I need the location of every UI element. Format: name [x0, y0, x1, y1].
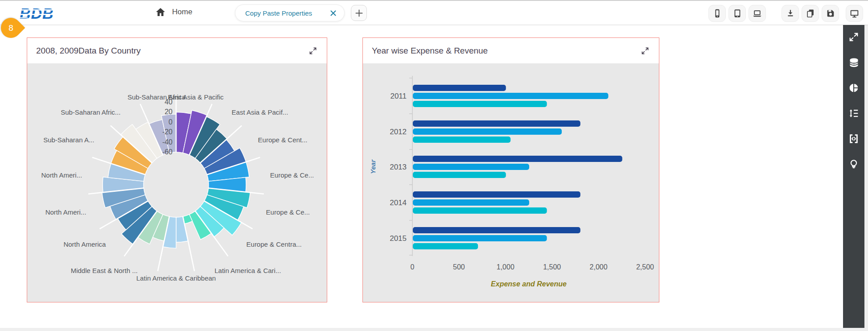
right-tool-rail — [843, 25, 864, 328]
rose-category-label: Latin America & Caribbean — [136, 274, 216, 282]
bar-blue-series[interactable] — [413, 164, 529, 170]
y-axis-title: Year — [369, 159, 377, 174]
vertical-scrollbar[interactable] — [864, 25, 868, 331]
home-icon — [155, 7, 166, 17]
bar-cyan-series[interactable] — [413, 137, 510, 143]
tablet-preview-icon — [732, 8, 742, 18]
panel-header: Year wise Expense & Revenue — [363, 38, 659, 63]
bar-navy-series[interactable] — [413, 191, 580, 198]
x-tick-label: 2,500 — [636, 263, 654, 271]
x-tick-label: 1,000 — [497, 263, 514, 271]
script-button[interactable] — [847, 132, 860, 145]
radial-tick-label: -60 — [162, 148, 173, 156]
duplicate-button[interactable] — [802, 5, 819, 22]
insight-icon — [848, 158, 860, 170]
bar-blue-series[interactable] — [413, 93, 608, 99]
expand-icon — [640, 46, 650, 56]
bar-blue-series[interactable] — [413, 199, 529, 206]
radial-tick-label: 0 — [169, 118, 173, 126]
datastore-button[interactable] — [847, 56, 860, 69]
bar-chart-area: 2011201220132014201505001,0001,5002,0002… — [363, 63, 659, 302]
rose-category-label: Europe & Centra... — [247, 240, 302, 248]
mobile-preview-icon — [712, 8, 722, 18]
rose-category-label: Sub-Saharan A... — [43, 136, 94, 144]
year-tick-label: 2015 — [390, 234, 407, 243]
bar-blue-series[interactable] — [413, 235, 547, 241]
polar-chart-area: 40200-20-40-60East Asia & PacificEast As… — [27, 63, 327, 302]
x-tick-label: 2,000 — [590, 263, 608, 271]
x-tick-label: 0 — [411, 263, 415, 271]
bar-navy-series[interactable] — [413, 227, 580, 233]
bar-chart: 2011201220132014201505001,0001,5002,0002… — [363, 63, 659, 302]
x-axis-title: Expense and Revenue — [491, 280, 567, 288]
desktop-preview-button[interactable] — [846, 5, 863, 22]
chart-button[interactable] — [847, 81, 860, 95]
panel-expense-revenue: Year wise Expense & Revenue 201120122013… — [362, 37, 659, 302]
bar-blue-series[interactable] — [413, 128, 562, 135]
x-tick-label: 500 — [453, 263, 465, 271]
rose-category-label: Europe & Ce... — [270, 171, 314, 179]
year-tick-label: 2013 — [390, 163, 407, 171]
bar-navy-series[interactable] — [413, 120, 580, 127]
save-button[interactable] — [822, 5, 839, 22]
datastore-icon — [848, 57, 860, 69]
bar-cyan-series[interactable] — [413, 207, 547, 214]
radial-tick-label: -40 — [162, 138, 173, 146]
rose-category-label: Europe & Cent... — [258, 136, 308, 144]
download-button[interactable] — [782, 5, 799, 22]
rose-category-label: Europe & Ce... — [266, 208, 310, 216]
home-nav[interactable]: Home — [155, 7, 192, 17]
close-tab-icon[interactable] — [328, 8, 338, 18]
mobile-preview-button[interactable] — [708, 5, 726, 22]
bar-cyan-series[interactable] — [413, 172, 506, 178]
alert-count: 8 — [1, 18, 21, 38]
chart-icon — [848, 82, 860, 94]
row-height-button[interactable] — [847, 107, 860, 120]
bar-cyan-series[interactable] — [413, 101, 547, 107]
tablet-preview-button[interactable] — [728, 5, 746, 22]
insight-button[interactable] — [847, 157, 860, 171]
rose-category-label: Sub-Saharan Africa — [128, 93, 186, 101]
top-navbar: BDB Home Copy Paste Properties — [0, 0, 868, 25]
rose-category-label: East Asia & Pacif... — [232, 108, 288, 116]
maximize-button[interactable] — [639, 45, 651, 57]
expand-icon — [848, 31, 860, 43]
year-tick-label: 2012 — [390, 128, 407, 136]
add-tab-button[interactable] — [351, 5, 367, 21]
radial-tick-label: -20 — [162, 128, 173, 136]
row-height-icon — [848, 108, 860, 119]
download-icon — [786, 8, 795, 18]
panel-data-by-country: 2008, 2009Data By Country 40200-20-40-60… — [27, 37, 327, 302]
polar-rose-chart: 40200-20-40-60East Asia & PacificEast As… — [27, 63, 327, 302]
bar-navy-series[interactable] — [413, 85, 506, 91]
rose-category-label: Sub-Saharan Afric... — [61, 108, 120, 116]
home-label: Home — [172, 8, 192, 17]
save-icon — [826, 8, 835, 18]
laptop-preview-button[interactable] — [749, 5, 766, 22]
expand-icon — [308, 46, 318, 56]
dashboard-tab-label: Copy Paste Properties — [245, 9, 312, 17]
panel-header: 2008, 2009Data By Country — [27, 38, 327, 63]
rose-category-label: Middle East & North ... — [71, 267, 138, 274]
rose-category-label: Latin America & Cari... — [214, 267, 281, 274]
bar-navy-series[interactable] — [413, 156, 622, 162]
dashboard-tab[interactable]: Copy Paste Properties — [235, 4, 345, 21]
bdb-logo[interactable]: BDB — [19, 4, 60, 23]
panel-title: Year wise Expense & Revenue — [372, 46, 488, 56]
bar-cyan-series[interactable] — [413, 243, 478, 249]
desktop-preview-icon — [849, 8, 860, 19]
duplicate-icon — [806, 8, 815, 18]
horizontal-scrollbar[interactable] — [0, 328, 868, 331]
script-icon — [848, 133, 860, 145]
panel-title: 2008, 2009Data By Country — [36, 46, 141, 56]
rose-category-label: North Ameri... — [41, 171, 82, 179]
maximize-button[interactable] — [307, 45, 319, 57]
year-tick-label: 2011 — [390, 92, 407, 100]
rose-category-label: North America — [63, 240, 106, 248]
expand-button[interactable] — [847, 30, 860, 44]
svg-text:BDB: BDB — [20, 5, 54, 22]
laptop-preview-icon — [752, 8, 762, 19]
x-tick-label: 1,500 — [543, 263, 561, 271]
rose-category-label: North Ameri... — [45, 208, 86, 216]
add-tab-icon — [355, 9, 363, 17]
